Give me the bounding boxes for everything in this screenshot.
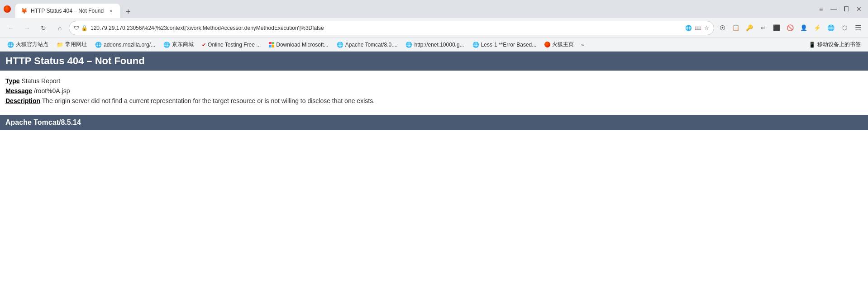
sync-button[interactable]: ⚡ xyxy=(811,22,824,34)
description-label: Description xyxy=(5,97,40,104)
url-text: 120.79.29.170:23056/%24{%23context['xwor… xyxy=(91,25,682,31)
bookmark-label: 京东商城 xyxy=(172,41,194,48)
bookmark-label: 火狐官方站点 xyxy=(16,41,48,48)
tab-bar: 🦊 HTTP Status 404 – Not Found × + xyxy=(15,0,810,18)
bookmark-label: Apache Tomcat/8.0.... xyxy=(345,42,398,48)
window-controls-left xyxy=(4,5,11,13)
active-tab[interactable]: 🦊 HTTP Status 404 – Not Found × xyxy=(15,4,120,18)
firefox-icon xyxy=(544,42,550,47)
bookmark-less1[interactable]: 🌐 Less-1 **Error Based... xyxy=(469,39,540,50)
minimize-button[interactable]: — xyxy=(828,4,839,14)
collections-button[interactable]: 🔑 xyxy=(743,22,756,34)
description-row: Description The origin server did not fi… xyxy=(5,97,863,104)
check-icon xyxy=(202,42,206,48)
folder-icon: 📁 xyxy=(57,42,63,48)
bookmark-addons[interactable]: 🌐 addons.mozilla.org/... xyxy=(91,39,159,50)
tab-favicon-icon: 🦊 xyxy=(21,8,27,14)
new-tab-button[interactable]: + xyxy=(122,5,134,18)
bookmark-label: Online Testing Free ... xyxy=(208,42,261,48)
bookmarks-bar: 🌐 火狐官方站点 📁 常用网址 🌐 addons.mozilla.org/...… xyxy=(0,38,868,52)
message-label: Message xyxy=(5,87,32,94)
close-button[interactable]: ✕ xyxy=(854,4,864,14)
menu-button[interactable]: ☰ xyxy=(852,22,864,34)
block-icon[interactable]: 🚫 xyxy=(784,22,796,34)
message-value-text: /root%0A.jsp xyxy=(34,87,70,94)
shield-icon: 🛡 xyxy=(74,25,79,31)
browser-window: 🦊 HTTP Status 404 – Not Found × + ≡ — ⧠ … xyxy=(0,0,868,302)
back-button[interactable]: ← xyxy=(4,21,18,35)
type-row: Type Status Report xyxy=(5,77,863,85)
bookmark-tomcat[interactable]: 🌐 Apache Tomcat/8.0.... xyxy=(333,39,401,50)
bookmark-enet[interactable]: 🌐 http://enet.10000.g... xyxy=(402,39,467,50)
page-title: HTTP Status 404 – Not Found xyxy=(0,52,868,71)
globe-icon: 🌐 xyxy=(163,42,170,48)
reader-icon: 📖 xyxy=(695,25,701,31)
globe-icon: 🌐 xyxy=(337,42,343,48)
title-bar: 🦊 HTTP Status 404 – Not Found × + ≡ — ⧠ … xyxy=(0,0,868,18)
reload-button[interactable]: ↻ xyxy=(36,21,51,35)
undo-button[interactable]: ↩ xyxy=(757,22,769,34)
address-bar-right-icons: 🌐 📖 ☆ xyxy=(685,25,709,31)
firefox-logo-icon xyxy=(4,5,11,13)
description-value-text: The origin server did not find a current… xyxy=(42,97,375,104)
bookmark-jd[interactable]: 🌐 京东商城 xyxy=(160,39,197,50)
mobile-icon: 📱 xyxy=(809,42,816,48)
type-label: Type xyxy=(5,77,20,85)
lock-icon: 🔒 xyxy=(81,25,88,31)
sidebar-toggle-button[interactable]: ⦿ xyxy=(716,22,729,34)
page-body: Type Status Report Message /root%0A.jsp … xyxy=(0,71,868,111)
bookmark-label: Download Microsoft... xyxy=(276,42,328,48)
page-footer-divider xyxy=(0,111,868,111)
account-button[interactable]: 👤 xyxy=(797,22,810,34)
bookmark-huolang[interactable]: 🌐 火狐官方站点 xyxy=(4,39,52,50)
bookmark-label: http://enet.10000.g... xyxy=(414,42,464,48)
ms-icon xyxy=(269,42,274,47)
globe-icon: 🌐 xyxy=(95,42,102,48)
bookmarks-more-button[interactable]: » xyxy=(578,41,587,48)
translate-icon: 🌐 xyxy=(685,25,692,31)
window-controls-right: ≡ — ⧠ ✕ xyxy=(816,4,864,14)
extensions-button[interactable]: 🌐 xyxy=(825,22,837,34)
home-button[interactable]: ⌂ xyxy=(52,21,67,35)
profile-button[interactable]: ⬛ xyxy=(770,22,783,34)
address-bar[interactable]: 🛡 🔒 120.79.29.170:23056/%24{%23context['… xyxy=(69,21,714,35)
page-footer: Apache Tomcat/8.5.14 xyxy=(0,115,868,130)
bookmark-online-testing[interactable]: Online Testing Free ... xyxy=(198,39,264,50)
bookmark-microsoft[interactable]: Download Microsoft... xyxy=(265,39,332,50)
bookmark-star-icon[interactable]: ☆ xyxy=(704,25,709,31)
bookmark-label: Less-1 **Error Based... xyxy=(481,42,537,48)
mobile-bookmarks-label: 移动设备上的书签 xyxy=(817,41,861,48)
window-list-button[interactable]: ≡ xyxy=(816,4,826,14)
bookmark-label: 火狐主页 xyxy=(552,41,574,48)
bookmark-label: 常用网址 xyxy=(65,41,87,48)
bookmark-label: addons.mozilla.org/... xyxy=(104,42,155,48)
bookmark-common[interactable]: 📁 常用网址 xyxy=(53,39,91,50)
forward-button[interactable]: → xyxy=(20,21,34,35)
tab-close-button[interactable]: × xyxy=(107,7,114,14)
puzzle-icon[interactable]: ⬡ xyxy=(838,22,851,34)
tab-title: HTTP Status 404 – Not Found xyxy=(31,8,104,14)
type-value-text: Status Report xyxy=(22,77,61,85)
globe-icon: 🌐 xyxy=(7,42,14,48)
maximize-button[interactable]: ⧠ xyxy=(841,4,852,14)
bookmark-firefox-home[interactable]: 火狐主页 xyxy=(541,39,577,50)
navigation-bar: ← → ↻ ⌂ 🛡 🔒 120.79.29.170:23056/%24{%23c… xyxy=(0,18,868,38)
globe-icon: 🌐 xyxy=(405,42,412,48)
reading-view-button[interactable]: 📋 xyxy=(730,22,742,34)
address-bar-security-icons: 🛡 🔒 xyxy=(74,25,88,31)
globe-icon: 🌐 xyxy=(472,42,479,48)
mobile-bookmarks-button[interactable]: 📱 移动设备上的书签 xyxy=(805,40,864,49)
toolbar-right: ⦿ 📋 🔑 ↩ ⬛ 🚫 👤 ⚡ 🌐 ⬡ ☰ xyxy=(716,22,864,34)
page-content: HTTP Status 404 – Not Found Type Status … xyxy=(0,52,868,302)
message-row: Message /root%0A.jsp xyxy=(5,87,863,94)
